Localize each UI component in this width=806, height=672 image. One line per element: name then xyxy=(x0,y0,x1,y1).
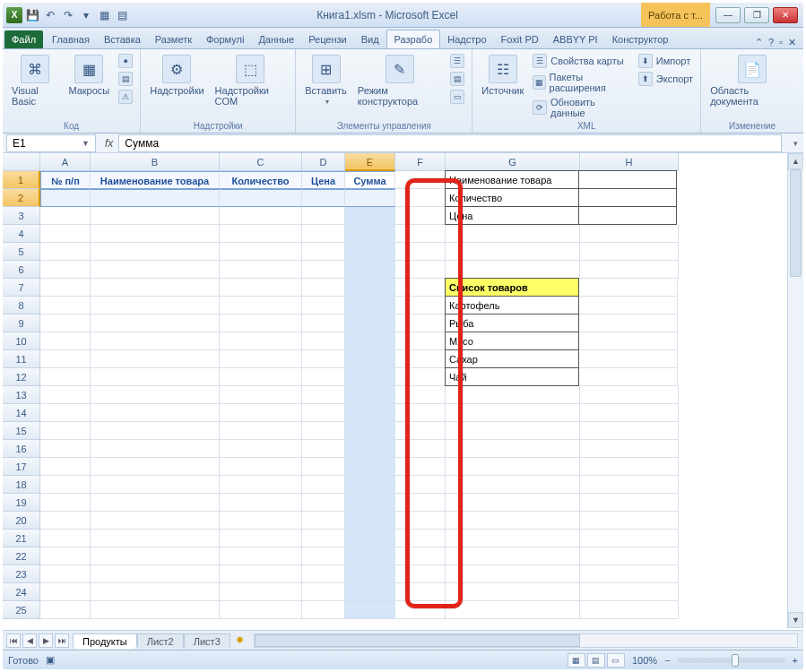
macro-record-status-icon[interactable]: ▣ xyxy=(46,654,55,666)
cell-E10[interactable] xyxy=(345,332,395,350)
relative-refs-button[interactable]: ▤ xyxy=(117,71,134,87)
cell-G24[interactable] xyxy=(446,583,580,601)
cell-D19[interactable] xyxy=(302,494,345,512)
cell-H23[interactable] xyxy=(580,565,679,583)
cell-A24[interactable] xyxy=(40,583,91,601)
cell-H15[interactable] xyxy=(580,422,679,440)
cell-E18[interactable] xyxy=(345,476,395,494)
cell-F10[interactable] xyxy=(395,332,446,350)
cell-F6[interactable] xyxy=(395,261,446,279)
cell-E20[interactable] xyxy=(345,512,395,530)
cell-G15[interactable] xyxy=(446,422,580,440)
cell-E1[interactable]: Сумма xyxy=(345,171,395,189)
cell-A1[interactable]: № п/п xyxy=(40,171,91,189)
cell-E15[interactable] xyxy=(345,422,395,440)
cell-E11[interactable] xyxy=(345,350,395,368)
row-header-17[interactable]: 17 xyxy=(3,458,40,476)
col-header-A[interactable]: A xyxy=(40,153,91,171)
row-header-13[interactable]: 13 xyxy=(3,386,40,404)
col-header-E[interactable]: E xyxy=(345,153,395,171)
cell-D4[interactable] xyxy=(302,225,345,243)
cell-H2[interactable] xyxy=(578,188,677,207)
export-xml-button[interactable]: ⬆Экспорт xyxy=(637,71,695,87)
namebox-dropdown-icon[interactable]: ▼ xyxy=(82,139,90,148)
cell-C3[interactable] xyxy=(220,207,302,225)
page-break-view-icon[interactable]: ▭ xyxy=(607,653,625,668)
undo-icon[interactable]: ↶ xyxy=(42,7,58,23)
cell-C22[interactable] xyxy=(220,547,302,565)
save-icon[interactable]: 💾 xyxy=(24,7,40,23)
row-header-9[interactable]: 9 xyxy=(3,314,40,332)
cell-G8[interactable]: Картофель xyxy=(445,296,579,314)
doc-close-icon[interactable]: ✕ xyxy=(788,37,796,48)
cell-A12[interactable] xyxy=(40,368,91,386)
cell-F7[interactable] xyxy=(395,279,446,297)
cell-F16[interactable] xyxy=(395,440,446,458)
cell-F8[interactable] xyxy=(395,297,446,314)
cell-D11[interactable] xyxy=(302,350,345,368)
cell-A6[interactable] xyxy=(40,261,91,279)
cell-E17[interactable] xyxy=(345,458,395,476)
cell-H13[interactable] xyxy=(580,386,679,404)
cell-B9[interactable] xyxy=(91,314,220,332)
cell-B6[interactable] xyxy=(91,261,220,279)
tab-foxit pd[interactable]: Foxit PD xyxy=(494,30,546,48)
cell-A7[interactable] xyxy=(40,279,91,297)
zoom-slider[interactable] xyxy=(678,658,785,663)
row-header-1[interactable]: 1 xyxy=(3,171,40,189)
tab-данные[interactable]: Данные xyxy=(251,30,301,48)
scroll-down-icon[interactable]: ▼ xyxy=(788,612,803,628)
cell-E5[interactable] xyxy=(345,243,395,261)
cell-G10[interactable]: Мясо xyxy=(445,332,579,350)
cell-E8[interactable] xyxy=(345,297,395,314)
cell-H17[interactable] xyxy=(580,458,679,476)
qat-more-icon[interactable]: ▾ xyxy=(78,7,94,23)
cell-E23[interactable] xyxy=(345,565,395,583)
tab-разрабо[interactable]: Разрабо xyxy=(386,30,441,48)
cell-B19[interactable] xyxy=(91,494,220,512)
cell-D9[interactable] xyxy=(302,314,345,332)
cell-G3[interactable]: Цена xyxy=(445,206,579,225)
cell-B21[interactable] xyxy=(91,530,220,547)
cell-D15[interactable] xyxy=(302,422,345,440)
cell-H3[interactable] xyxy=(578,206,677,225)
cell-B2[interactable] xyxy=(91,189,220,207)
close-button[interactable]: ✕ xyxy=(773,7,798,23)
select-all-corner[interactable] xyxy=(3,153,40,171)
row-header-15[interactable]: 15 xyxy=(3,422,40,440)
cell-D22[interactable] xyxy=(302,547,345,565)
cell-E9[interactable] xyxy=(345,314,395,332)
sheet-tab-active[interactable]: Продукты xyxy=(73,633,137,649)
tab-вид[interactable]: Вид xyxy=(354,30,386,48)
cell-D7[interactable] xyxy=(302,279,345,297)
cell-A10[interactable] xyxy=(40,332,91,350)
cell-D24[interactable] xyxy=(302,583,345,601)
cell-G16[interactable] xyxy=(446,440,580,458)
cell-E24[interactable] xyxy=(345,583,395,601)
row-header-11[interactable]: 11 xyxy=(3,350,40,368)
cell-B22[interactable] xyxy=(91,547,220,565)
cell-D2[interactable] xyxy=(302,189,345,207)
normal-view-icon[interactable]: ▦ xyxy=(568,653,585,668)
cell-C15[interactable] xyxy=(220,422,302,440)
tab-надстро[interactable]: Надстро xyxy=(440,30,493,48)
redo-icon[interactable]: ↷ xyxy=(60,7,76,23)
cell-C5[interactable] xyxy=(220,243,302,261)
vscroll-thumb[interactable] xyxy=(790,169,802,277)
cell-H18[interactable] xyxy=(580,476,679,494)
cell-D13[interactable] xyxy=(302,386,345,404)
minimize-button[interactable]: — xyxy=(715,7,741,23)
cell-D23[interactable] xyxy=(302,565,345,583)
row-header-5[interactable]: 5 xyxy=(3,243,40,261)
row-header-21[interactable]: 21 xyxy=(3,530,40,547)
cell-A17[interactable] xyxy=(40,458,91,476)
cell-H22[interactable] xyxy=(580,547,679,565)
cell-C18[interactable] xyxy=(220,476,302,494)
cell-G9[interactable]: Рыба xyxy=(445,314,579,332)
cell-C12[interactable] xyxy=(220,368,302,386)
cell-E2[interactable] xyxy=(345,189,395,207)
tab-разметк[interactable]: Разметк xyxy=(148,30,199,48)
cell-B25[interactable] xyxy=(91,601,220,619)
cell-B3[interactable] xyxy=(91,207,220,225)
cell-F11[interactable] xyxy=(395,350,446,368)
